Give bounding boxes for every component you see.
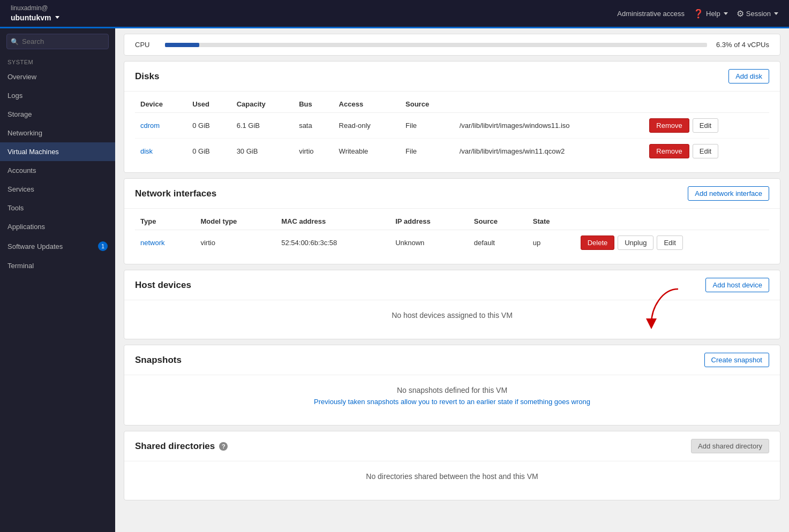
col-device: Device bbox=[135, 96, 187, 113]
host-devices-section: Host devices Add host device No host dev… bbox=[124, 270, 780, 339]
disks-body: Device Used Capacity Bus Access Source bbox=[124, 96, 780, 172]
sidebar-item-services[interactable]: Services bbox=[0, 180, 115, 199]
network-row-0: network virtio 52:54:00:6b:3c:58 Unknown… bbox=[135, 230, 769, 256]
disk-actions-0: Remove Edit bbox=[649, 118, 764, 133]
net-unplug-button-0[interactable]: Unplug bbox=[618, 235, 653, 250]
net-source-0: default bbox=[469, 230, 528, 256]
sidebar-item-accounts[interactable]: Accounts bbox=[0, 161, 115, 180]
net-model-0: virtio bbox=[195, 230, 276, 256]
cpu-card: CPU 6.3% of 4 vCPUs bbox=[124, 34, 780, 56]
col-access: Access bbox=[334, 96, 400, 113]
sidebar-item-virtual-machines[interactable]: Virtual Machines bbox=[0, 142, 115, 161]
col-model-type: Model type bbox=[195, 213, 276, 230]
sidebar-item-applications[interactable]: Applications bbox=[0, 217, 115, 236]
disks-header: Disks Add disk bbox=[124, 62, 780, 92]
layout: 🔍 System Overview Logs Storage Networkin… bbox=[0, 28, 789, 532]
help-button[interactable]: ❓ Help bbox=[693, 9, 728, 19]
topbar-left: linuxadmin@ ubuntukvm bbox=[11, 4, 59, 22]
topbar-brand: linuxadmin@ ubuntukvm bbox=[11, 4, 59, 22]
network-interfaces-table: Type Model type MAC address IP address S… bbox=[135, 213, 769, 255]
host-devices-body: No host devices assigned to this VM bbox=[124, 300, 780, 339]
host-devices-header: Host devices Add host device bbox=[124, 270, 780, 300]
topbar: linuxadmin@ ubuntukvm Administrative acc… bbox=[0, 0, 789, 27]
col-capacity: Capacity bbox=[231, 96, 294, 113]
host-devices-empty: No host devices assigned to this VM bbox=[135, 300, 769, 330]
hostname-chevron-icon[interactable] bbox=[55, 16, 59, 19]
snapshots-header: Snapshots Create snapshot bbox=[124, 345, 780, 375]
col-used: Used bbox=[187, 96, 231, 113]
shared-directories-empty: No directories shared between the host a… bbox=[135, 461, 769, 491]
net-type-0[interactable]: network bbox=[140, 239, 165, 247]
sidebar-item-logs[interactable]: Logs bbox=[0, 86, 115, 105]
col-source: Source bbox=[469, 213, 528, 230]
disks-title: Disks bbox=[135, 71, 159, 82]
session-button[interactable]: ⚙ Session bbox=[737, 9, 778, 19]
search-icon: 🔍 bbox=[11, 38, 19, 45]
gear-icon: ⚙ bbox=[737, 9, 744, 19]
network-interfaces-header: Network interfaces Add network interface bbox=[124, 179, 780, 209]
network-interfaces-body: Type Model type MAC address IP address S… bbox=[124, 213, 780, 264]
snapshots-empty-sub: Previously taken snapshots allow you to … bbox=[146, 398, 758, 406]
main-inner: CPU 6.3% of 4 vCPUs Disks Add disk bbox=[115, 34, 789, 500]
add-disk-button[interactable]: Add disk bbox=[728, 69, 769, 83]
disk-access-1: Writeable bbox=[334, 139, 400, 164]
col-net-actions bbox=[575, 213, 769, 230]
topbar-right: Administrative access ❓ Help ⚙ Session bbox=[617, 9, 778, 19]
topbar-user: linuxadmin@ bbox=[11, 4, 59, 13]
disk-source-1: File bbox=[400, 139, 454, 164]
sidebar-item-tools[interactable]: Tools bbox=[0, 199, 115, 217]
sidebar: 🔍 System Overview Logs Storage Networkin… bbox=[0, 28, 115, 532]
disk-access-0: Read-only bbox=[334, 113, 400, 139]
disk-remove-button-0[interactable]: Remove bbox=[649, 118, 689, 133]
col-state: State bbox=[528, 213, 575, 230]
network-interfaces-title: Network interfaces bbox=[135, 188, 216, 199]
col-source: Source bbox=[400, 96, 454, 113]
add-shared-directory-button[interactable]: Add shared directory bbox=[691, 439, 769, 453]
sidebar-item-networking[interactable]: Networking bbox=[0, 124, 115, 142]
net-edit-button-0[interactable]: Edit bbox=[657, 235, 682, 250]
host-devices-empty-text: No host devices assigned to this VM bbox=[146, 311, 758, 320]
disk-device-0[interactable]: cdrom bbox=[140, 121, 160, 130]
col-path bbox=[454, 96, 644, 113]
disk-edit-button-0[interactable]: Edit bbox=[693, 118, 718, 133]
shared-directories-info-icon[interactable]: ? bbox=[219, 442, 228, 451]
shared-directories-section: Shared directories ? Add shared director… bbox=[124, 431, 780, 500]
col-type: Type bbox=[135, 213, 195, 230]
sidebar-item-software-updates[interactable]: Software Updates 1 bbox=[0, 236, 115, 256]
disk-edit-button-1[interactable]: Edit bbox=[693, 144, 718, 158]
sidebar-item-overview[interactable]: Overview bbox=[0, 67, 115, 86]
disk-remove-button-1[interactable]: Remove bbox=[649, 144, 689, 158]
disk-device-1[interactable]: disk bbox=[140, 147, 153, 155]
cpu-value: 6.3% of 4 vCPUs bbox=[716, 41, 769, 49]
cpu-label: CPU bbox=[135, 41, 156, 49]
disk-bus-0: sata bbox=[294, 113, 333, 139]
disk-row-0: cdrom 0 GiB 6.1 GiB sata Read-only File … bbox=[135, 113, 769, 139]
snapshots-body: No snapshots defined for this VM Previou… bbox=[124, 375, 780, 425]
cpu-bar-container bbox=[165, 43, 707, 47]
help-chevron-icon bbox=[724, 12, 728, 15]
sidebar-item-storage[interactable]: Storage bbox=[0, 105, 115, 124]
net-delete-button-0[interactable]: Delete bbox=[581, 235, 615, 250]
sidebar-search-area: 🔍 bbox=[0, 28, 115, 55]
shared-directories-empty-text: No directories shared between the host a… bbox=[146, 472, 758, 481]
disk-path-0: /var/lib/libvirt/images/windows11.iso bbox=[454, 113, 644, 139]
create-snapshot-button[interactable]: Create snapshot bbox=[704, 353, 769, 367]
disks-section: Disks Add disk Device Used Capacity Bus … bbox=[124, 61, 780, 173]
snapshots-empty-main: No snapshots defined for this VM bbox=[146, 386, 758, 394]
col-mac: MAC address bbox=[276, 213, 390, 230]
disks-table: Device Used Capacity Bus Access Source bbox=[135, 96, 769, 164]
disk-row-1: disk 0 GiB 30 GiB virtio Writeable File … bbox=[135, 139, 769, 164]
help-circle-icon: ❓ bbox=[693, 9, 704, 19]
col-ip: IP address bbox=[390, 213, 469, 230]
software-updates-badge: 1 bbox=[98, 241, 108, 251]
add-host-device-button[interactable]: Add host device bbox=[705, 278, 769, 292]
net-state-0: up bbox=[528, 230, 575, 256]
snapshots-empty: No snapshots defined for this VM Previou… bbox=[135, 375, 769, 416]
add-network-interface-button[interactable]: Add network interface bbox=[688, 186, 769, 201]
col-bus: Bus bbox=[294, 96, 333, 113]
search-input[interactable] bbox=[6, 34, 109, 49]
sidebar-item-terminal[interactable]: Terminal bbox=[0, 256, 115, 275]
topbar-hostname: ubuntukvm bbox=[11, 13, 51, 22]
disk-capacity-1: 30 GiB bbox=[231, 139, 294, 164]
cpu-bar bbox=[165, 43, 199, 47]
